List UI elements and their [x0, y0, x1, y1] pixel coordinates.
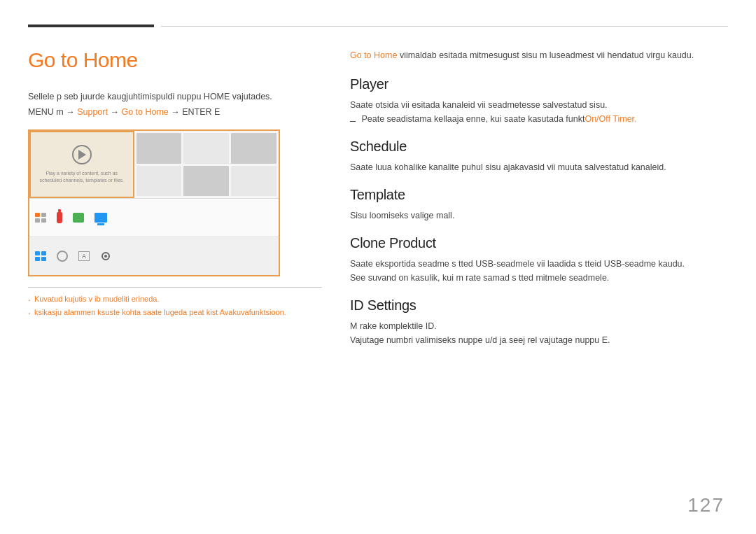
icon-item-4 [94, 213, 107, 223]
right-intro-text: viimaldab esitada mitmesugust sisu m lus… [400, 50, 694, 60]
divider-line [350, 121, 356, 122]
screen-panel-1 [136, 133, 182, 164]
grid-cell-b3 [35, 257, 40, 261]
grid-cell-b4 [41, 257, 46, 261]
menu-path-prefix: MENU m → [28, 107, 75, 117]
green-box-icon [73, 213, 84, 223]
note-item-1: Kuvatud kujutis v ib mudeliti erineda. [28, 295, 322, 304]
grid-cell-b1 [35, 251, 40, 255]
bottle-icon [57, 212, 62, 223]
play-triangle [78, 150, 86, 160]
left-column: Go to Home Sellele p seb juurde kaugjuht… [28, 48, 322, 360]
intro-text: Sellele p seb juurde kaugjuhtimispuldi n… [28, 90, 322, 104]
play-button-icon [72, 145, 92, 164]
section-title-id: ID Settings [350, 297, 728, 314]
grid-cell-1 [35, 213, 40, 217]
screen-panel-4 [136, 166, 182, 197]
section-text-clone-1: Saate eksportida seadme s tted USB-seadm… [350, 257, 728, 271]
icon-item-8 [100, 251, 111, 262]
screen-panel-2 [183, 133, 229, 164]
grid-cell-b2 [41, 251, 46, 255]
right-intro: Go to Home viimaldab esitada mitmesugust… [350, 48, 728, 62]
grid-icon-1 [35, 213, 46, 223]
note-item-2: ksikasju alammen ksuste kohta saate luge… [28, 308, 322, 318]
right-intro-link: Go to Home [350, 50, 397, 60]
notes-section: Kuvatud kujutis v ib mudeliti erineda. k… [28, 287, 322, 318]
screen-panels [134, 131, 279, 198]
section-template: Template Sisu loomiseks valige mall. [350, 187, 728, 223]
on-off-timer-link: On/Off Timer. [584, 114, 636, 124]
menu-path-goto: Go to Home [121, 107, 168, 117]
grid-cell-3 [35, 218, 40, 223]
icon-item-1 [35, 213, 46, 223]
section-player: Player Saate otsida vii esitada kanaleid… [350, 76, 728, 126]
screen-bottom-icons [29, 198, 279, 237]
section-text-schedule: Saate luua kohalike kanalite puhul sisu … [350, 160, 728, 174]
section-title-schedule: Schedule [350, 139, 728, 155]
menu-path: MENU m → Support → Go to Home → ENTER E [28, 107, 322, 117]
page-title: Go to Home [28, 48, 322, 72]
section-text-template: Sisu loomiseks valige mall. [350, 209, 728, 223]
top-border-light [161, 26, 728, 27]
section-title-player: Player [350, 76, 728, 92]
settings-icon [100, 251, 111, 262]
menu-path-support: Support [77, 107, 108, 117]
section-clone-product: Clone Product Saate eksportida seadme s … [350, 235, 728, 285]
section-text-clone-2: See suvand on kasulik, kui m rate samad … [350, 271, 728, 285]
menu-path-suffix: → ENTER E [171, 107, 220, 117]
monitor-icon [94, 213, 107, 223]
icon-item-3 [73, 213, 84, 223]
screen-panel-3 [231, 133, 276, 164]
circle-icon [57, 251, 68, 262]
menu-path-arrow1: → [110, 107, 121, 117]
section-text-player-2: Peate seadistama kellaaja enne, kui saat… [350, 112, 728, 126]
grid-cell-2 [41, 213, 46, 217]
grid-icon-2 [35, 251, 46, 261]
section-text-id-1: M rake komplektile ID. [350, 319, 728, 333]
section-id-settings: ID Settings M rake komplektile ID. Vajut… [350, 297, 728, 347]
screen-featured-panel: Play a variety of content, such asschedu… [29, 131, 134, 198]
right-column: Go to Home viimaldab esitada mitmesugust… [350, 48, 728, 360]
icon-item-7: A [78, 251, 90, 261]
page-container: Go to Home Sellele p seb juurde kaugjuht… [0, 0, 756, 534]
icon-item-5 [35, 251, 46, 261]
section-title-template: Template [350, 187, 728, 203]
screen-second-row: A [29, 237, 279, 275]
section-title-clone: Clone Product [350, 235, 728, 251]
grid-cell-4 [41, 218, 46, 223]
section-schedule: Schedule Saate luua kohalike kanalite pu… [350, 139, 728, 174]
screen-panel-6 [231, 166, 276, 197]
section-text-player-1: Saate otsida vii esitada kanaleid vii se… [350, 98, 728, 112]
section-text-id-2: Vajutage numbri valimiseks nuppe u/d ja … [350, 333, 728, 347]
icon-item-6 [57, 251, 68, 262]
screen-featured-text: Play a variety of content, such asschedu… [36, 170, 127, 184]
screen-panel-5 [183, 166, 229, 197]
a-box-icon: A [78, 251, 90, 261]
icon-item-2 [57, 212, 62, 223]
top-border-dark [28, 24, 154, 27]
page-number: 127 [687, 494, 724, 517]
screen-mockup: Play a variety of content, such asschedu… [28, 129, 280, 276]
